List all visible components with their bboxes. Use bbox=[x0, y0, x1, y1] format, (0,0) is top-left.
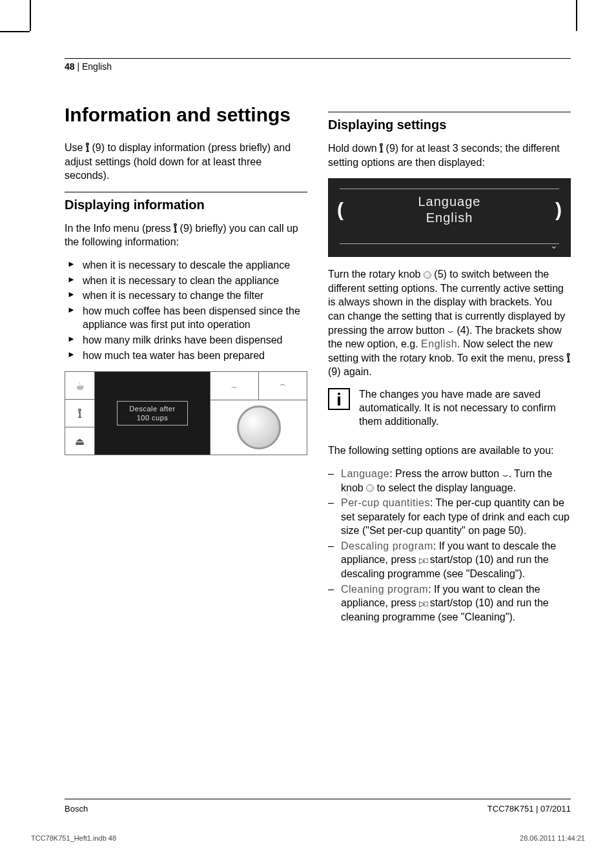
chevron-down-icon: ⌄ bbox=[500, 471, 511, 478]
control-panel-diagram: ☕︎ i̊ ⏏︎ Descale after 100 cups ⌄ ⌄ bbox=[65, 371, 307, 455]
info-button-icon: i̊ bbox=[567, 352, 570, 366]
info-button-icon: i̊ bbox=[65, 399, 95, 427]
rotary-knob-area bbox=[210, 400, 307, 455]
chevron-down-icon: ⌄ bbox=[550, 240, 558, 251]
footer-docref: TCC78K751 | 07/2011 bbox=[488, 804, 571, 814]
panel-display: Descale after 100 cups bbox=[95, 372, 210, 455]
page-footer: Bosch TCC78K751 | 07/2011 bbox=[65, 804, 571, 814]
cup-icon: ☕︎ bbox=[65, 372, 95, 399]
settings-description: Turn the rotary knob (5) to switch betwe… bbox=[328, 267, 571, 379]
note-text: The changes you have made are saved auto… bbox=[359, 388, 571, 428]
chevron-down-icon: ⌄ bbox=[210, 372, 258, 400]
info-note: The changes you have made are saved auto… bbox=[328, 388, 571, 428]
footer-brand: Bosch bbox=[65, 804, 88, 814]
settings-display-diagram: ( ) Language English ⌄ bbox=[328, 178, 571, 257]
subheading-displaying-information: Displaying information bbox=[65, 192, 307, 212]
settings-option: – Language: Press the arrow button ⌄. Tu… bbox=[328, 467, 571, 495]
info-bullet: how much coffee has been dispensed since… bbox=[65, 304, 307, 332]
info-bullet-list: when it is necessary to descale the appl… bbox=[65, 258, 307, 362]
eject-icon: ⏏︎ bbox=[65, 427, 95, 455]
display-line1: Descale after bbox=[129, 404, 175, 413]
rotary-knob-icon bbox=[424, 271, 431, 279]
crop-mark bbox=[30, 0, 31, 31]
settings-option: – Per-cup quantities: The per-cup quanti… bbox=[328, 496, 571, 538]
chevron-down-icon: ⌄ bbox=[445, 327, 457, 334]
page-number: 48 bbox=[65, 61, 75, 72]
page-language: English bbox=[82, 61, 112, 72]
info-icon bbox=[328, 388, 350, 410]
settings-options-list: – Language: Press the arrow button ⌄. Tu… bbox=[328, 467, 571, 624]
page-header: 48 | English bbox=[65, 61, 571, 72]
rotary-knob-icon bbox=[366, 484, 374, 492]
info-button-icon: i̊ bbox=[174, 222, 177, 236]
option-key: Cleaning program bbox=[341, 584, 428, 595]
print-footer: TCC78K751_Heft1.indb 48 28.06.2011 11:44… bbox=[31, 834, 585, 842]
info-menu-intro: In the Info menu (press i̊ (9) briefly) … bbox=[65, 221, 307, 249]
section-heading: Information and settings bbox=[65, 104, 307, 125]
example-value: English bbox=[421, 338, 457, 349]
option-key: Language bbox=[341, 468, 389, 479]
info-bullet: when it is necessary to clean the applia… bbox=[65, 274, 307, 288]
info-bullet: how many milk drinks have been dispensed bbox=[65, 333, 307, 347]
subheading-displaying-settings: Displaying settings bbox=[328, 112, 571, 132]
footer-rule bbox=[65, 799, 571, 799]
crop-mark bbox=[576, 0, 577, 31]
settings-title: Language bbox=[340, 194, 559, 209]
intro-paragraph: Use i̊ (9) to display information (press… bbox=[65, 141, 307, 183]
panel-right: ⌄ ⌄ bbox=[210, 372, 307, 455]
rotary-knob-icon bbox=[237, 405, 281, 449]
settings-option: – Cleaning program: If you want to clean… bbox=[328, 582, 571, 624]
info-button-icon: i̊ bbox=[86, 141, 89, 156]
right-column: Displaying settings Hold down i̊ (9) for… bbox=[328, 104, 571, 625]
info-bullet: when it is necessary to change the filte… bbox=[65, 289, 307, 303]
display-line2: 100 cups bbox=[129, 413, 175, 422]
option-key: Per-cup quantities bbox=[341, 497, 430, 508]
info-bullet: when it is necessary to descale the appl… bbox=[65, 258, 307, 272]
print-timestamp: 28.06.2011 11:44:21 bbox=[520, 834, 585, 842]
settings-option: – Descaling program: If you want to desc… bbox=[328, 539, 571, 581]
info-button-icon: i̊ bbox=[380, 142, 383, 156]
page: 48 | English Information and settings Us… bbox=[0, 0, 616, 851]
start-stop-icon: ▷□ bbox=[419, 556, 427, 565]
settings-value: English bbox=[340, 210, 559, 225]
settings-intro: Hold down i̊ (9) for at least 3 seconds;… bbox=[328, 141, 571, 169]
print-filename: TCC78K751_Heft1.indb 48 bbox=[31, 834, 116, 842]
info-bullet: how much tea water has been prepared bbox=[65, 349, 307, 363]
left-column: Information and settings Use i̊ (9) to d… bbox=[65, 104, 307, 625]
chevron-up-icon: ⌄ bbox=[258, 372, 307, 400]
panel-left-buttons: ☕︎ i̊ ⏏︎ bbox=[65, 372, 95, 455]
option-key: Descaling program bbox=[341, 540, 433, 551]
crop-mark bbox=[0, 31, 30, 32]
options-intro: The following setting options are availa… bbox=[328, 444, 571, 458]
header-rule bbox=[65, 58, 571, 59]
start-stop-icon: ▷□ bbox=[419, 599, 427, 608]
